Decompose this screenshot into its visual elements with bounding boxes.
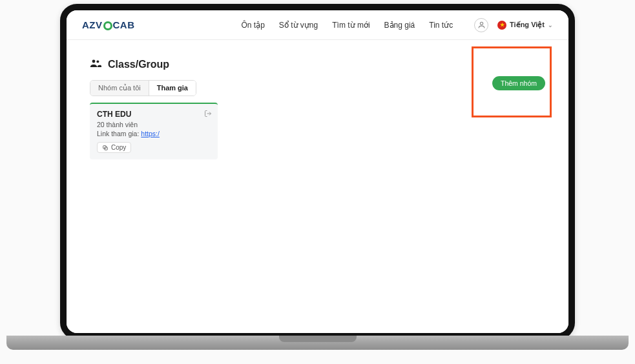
svg-point-2: [96, 60, 99, 63]
flag-icon: ★: [497, 21, 506, 30]
nav-find-words[interactable]: Tìm từ mới: [332, 21, 370, 30]
nav-review[interactable]: Ôn tập: [242, 21, 265, 30]
nav-news[interactable]: Tin tức: [429, 21, 453, 30]
page-title: Class/Group: [108, 59, 169, 70]
language-label: Tiếng Việt: [510, 21, 545, 29]
group-member-count: 20 thành viên: [97, 121, 211, 128]
chevron-down-icon: ⌄: [548, 22, 553, 28]
nav-vocabulary[interactable]: Sổ từ vựng: [279, 21, 318, 30]
group-card: CTH EDU 20 thành viên Link tham gia: htt…: [90, 103, 218, 159]
app-header: AZV CAB Ôn tập Sổ từ vựng Tìm từ mới Bản…: [67, 10, 568, 40]
group-tabs: Nhóm của tôi Tham gia: [90, 80, 196, 96]
copy-link-button[interactable]: Copy: [97, 142, 131, 153]
join-link-value[interactable]: https:/: [141, 130, 160, 137]
add-group-button[interactable]: Thêm nhóm: [492, 76, 545, 90]
logo-o-icon: [103, 21, 112, 30]
brand-logo[interactable]: AZV CAB: [82, 19, 135, 30]
app-screen: AZV CAB Ôn tập Sổ từ vựng Tìm từ mới Bản…: [67, 10, 568, 333]
header-right: ★ Tiếng Việt ⌄: [474, 18, 553, 32]
profile-icon[interactable]: [474, 18, 488, 32]
leave-group-icon[interactable]: [204, 110, 212, 119]
nav-pricing[interactable]: Bảng giá: [384, 21, 415, 30]
join-link-label: Link tham gia:: [97, 130, 139, 137]
main-nav: Ôn tập Sổ từ vựng Tìm từ mới Bảng giá Ti…: [242, 21, 453, 30]
group-join-link-row: Link tham gia: https:/: [97, 130, 211, 137]
main-content: Class/Group Nhóm của tôi Tham gia CTH ED…: [67, 40, 568, 333]
users-group-icon: [90, 58, 101, 71]
group-card-title: CTH EDU: [97, 110, 211, 119]
logo-text-prefix: AZV: [82, 19, 103, 30]
laptop-base: [6, 336, 629, 350]
language-switcher[interactable]: ★ Tiếng Việt ⌄: [497, 21, 553, 30]
tab-my-groups[interactable]: Nhóm của tôi: [90, 81, 149, 96]
tab-join[interactable]: Tham gia: [149, 81, 196, 96]
svg-point-1: [92, 60, 96, 63]
copy-icon: [102, 145, 109, 151]
copy-label: Copy: [111, 144, 126, 151]
laptop-notch: [279, 336, 357, 342]
svg-point-0: [480, 22, 483, 25]
logo-text-suffix: CAB: [113, 19, 135, 30]
laptop-frame: AZV CAB Ôn tập Sổ từ vựng Tìm từ mới Bản…: [60, 4, 575, 339]
